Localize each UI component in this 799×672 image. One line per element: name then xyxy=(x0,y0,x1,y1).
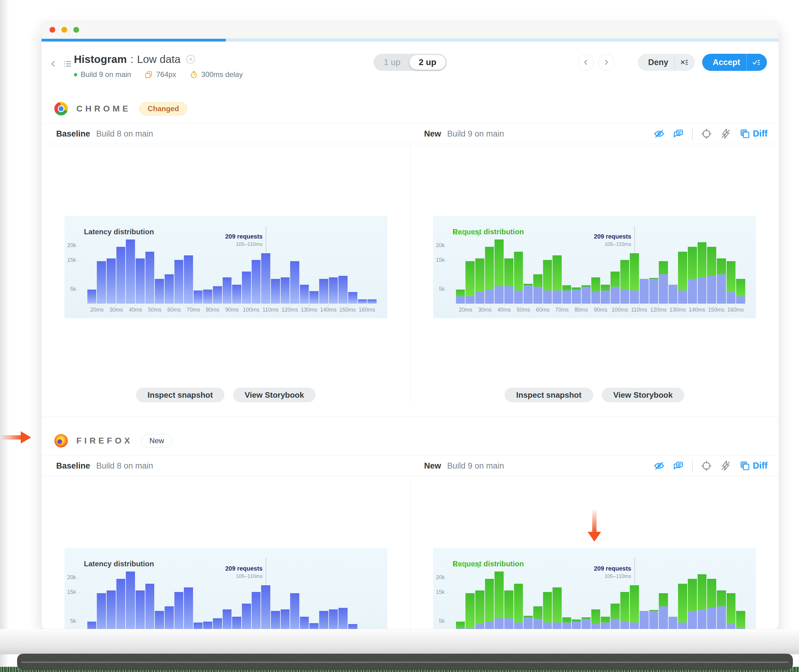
story-name: Low data xyxy=(137,53,181,66)
callout-arrow-down-icon xyxy=(588,510,601,542)
browser-row: FIREFOX New xyxy=(42,434,778,448)
diff-toggle-button[interactable]: Diff xyxy=(740,460,767,471)
histogram-bar xyxy=(319,279,328,304)
lightning-off-icon xyxy=(720,128,731,139)
histogram-bar xyxy=(165,274,174,304)
histogram-bar xyxy=(271,279,280,304)
new-build: Build 9 on main xyxy=(447,129,504,138)
zoom-button[interactable] xyxy=(73,27,79,33)
build-status: Build 9 on main xyxy=(74,70,131,79)
histogram-bar xyxy=(601,285,610,304)
annotation-label: 209 requests105–110ms xyxy=(594,565,631,579)
histogram-bar xyxy=(193,622,203,629)
compare-toolbar: Diff xyxy=(654,127,767,140)
histogram-bar xyxy=(203,290,212,304)
prev-snapshot-button[interactable] xyxy=(578,54,594,70)
back-button[interactable] xyxy=(49,59,58,69)
histogram-bar xyxy=(620,260,630,304)
y-axis-labels: 5k15k20k xyxy=(64,548,83,629)
focus-button[interactable] xyxy=(701,460,712,471)
histogram-bar xyxy=(514,252,523,304)
histogram-bar xyxy=(281,610,290,629)
histogram-bar xyxy=(165,606,174,629)
histogram-bar xyxy=(117,247,126,304)
toggle-2up[interactable]: 2 up xyxy=(409,55,446,70)
disable-animations-button[interactable] xyxy=(720,128,731,139)
chevron-left-icon xyxy=(49,59,58,69)
delay-meta: 300ms delay xyxy=(190,70,243,79)
minimize-button[interactable] xyxy=(61,27,67,33)
histogram-bar xyxy=(290,593,299,629)
histogram-bar xyxy=(358,299,367,304)
histogram-bar xyxy=(572,288,581,304)
desk-shadow xyxy=(0,629,799,654)
title-separator: : xyxy=(130,53,133,66)
inspect-snapshot-button[interactable]: Inspect snapshot xyxy=(136,388,224,402)
histogram-bar xyxy=(339,276,348,304)
y-axis-labels: 5k15k20k xyxy=(433,548,452,629)
inspect-snapshot-button[interactable]: Inspect snapshot xyxy=(505,388,593,402)
histogram-bar xyxy=(107,590,116,629)
histogram-bar xyxy=(232,285,241,304)
histogram-bar xyxy=(553,255,562,304)
focus-button[interactable] xyxy=(701,128,712,139)
histogram-bar xyxy=(649,278,658,304)
histogram-bar xyxy=(136,590,145,629)
view-storybook-button[interactable]: View Storybook xyxy=(602,388,684,402)
deny-menu-icon[interactable] xyxy=(675,58,695,67)
arrow-head xyxy=(21,431,31,443)
firefox-new-pane: RequestLatency distribution5k15k20k209 r… xyxy=(410,476,779,629)
histogram-bar xyxy=(524,284,533,304)
baseline-label: Baseline xyxy=(56,129,90,138)
disable-animations-button[interactable] xyxy=(720,460,731,471)
histogram-bar xyxy=(591,610,601,629)
close-button[interactable] xyxy=(50,27,55,33)
toggle-1up[interactable]: 1 up xyxy=(374,55,409,70)
diff-icon xyxy=(740,128,750,139)
histogram-bar xyxy=(727,261,736,304)
comments-button[interactable] xyxy=(673,128,684,139)
crosshair-icon xyxy=(701,460,712,471)
status-badge-new: New xyxy=(141,434,172,448)
histogram-bar xyxy=(601,617,610,629)
histogram-bar xyxy=(145,584,155,629)
baseline-build: Build 8 on main xyxy=(96,461,153,470)
story-list-button[interactable] xyxy=(63,59,72,69)
view-storybook-button[interactable]: View Storybook xyxy=(233,388,316,402)
hide-diff-button[interactable] xyxy=(654,460,665,471)
histogram-bar xyxy=(736,279,745,304)
arrow-right-circle-icon[interactable] xyxy=(185,54,196,64)
baseline-build: Build 8 on main xyxy=(96,129,153,138)
accept-button[interactable]: Accept xyxy=(702,54,767,71)
histogram-bar xyxy=(145,252,155,304)
y-axis-labels: 5k15k20k xyxy=(64,216,83,318)
chart-title: RequestLatency distribution xyxy=(453,560,524,568)
accept-menu-icon[interactable] xyxy=(747,58,767,67)
histogram-bar xyxy=(97,261,106,304)
diff-label: Diff xyxy=(753,129,767,139)
hide-diff-button[interactable] xyxy=(654,128,665,139)
comments-button[interactable] xyxy=(673,460,684,471)
histogram-bar xyxy=(639,279,649,304)
baseline-label: Baseline xyxy=(56,461,90,470)
histogram-bar xyxy=(155,279,164,304)
diff-toggle-button[interactable]: Diff xyxy=(740,128,767,139)
status-badge-changed: Changed xyxy=(139,102,187,115)
histogram-bar xyxy=(300,285,309,304)
compare-toolbar: Diff xyxy=(654,459,767,472)
diff-icon xyxy=(740,460,750,471)
histogram-bar xyxy=(533,606,542,629)
histogram-bar xyxy=(87,622,96,629)
next-snapshot-button[interactable] xyxy=(598,54,615,70)
new-label: New xyxy=(424,461,441,470)
y-axis-labels: 5k15k20k xyxy=(433,216,452,318)
browser-name: FIREFOX xyxy=(76,436,133,446)
histogram-bar xyxy=(533,274,542,304)
histogram-bar xyxy=(582,285,591,304)
x-axis-labels: 20ms30ms40ms50ms60ms70ms80ms90ms100ms110… xyxy=(87,307,377,315)
layout-toggle: 1 up 2 up xyxy=(373,54,447,71)
histogram-bar xyxy=(736,611,745,629)
chevron-left-icon xyxy=(582,58,590,66)
deny-button[interactable]: Deny xyxy=(638,54,695,71)
histogram-bar xyxy=(543,260,552,304)
